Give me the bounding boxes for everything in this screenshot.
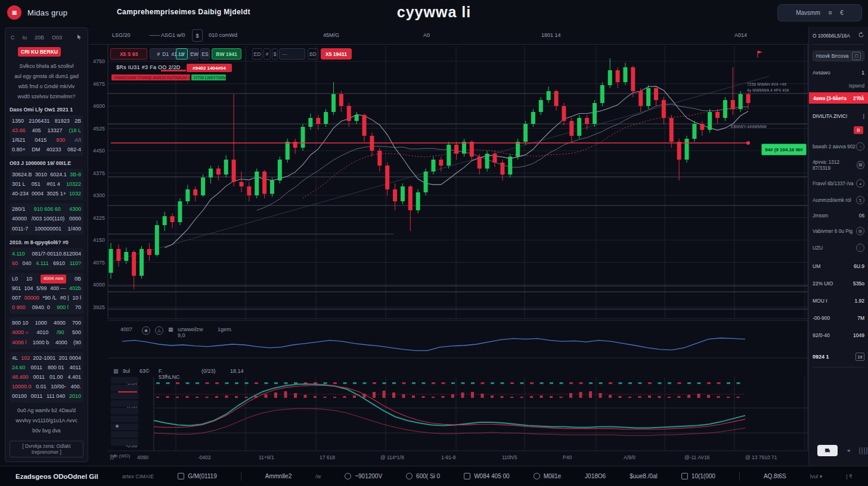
table-row[interactable]: 4L102202-1001201 0004 (12, 354, 81, 363)
sidebar-footer: 0924 1 19 (813, 353, 864, 367)
currency-box-icon[interactable]: $ (192, 29, 203, 42)
ew-button[interactable]: EW (190, 48, 199, 60)
tool-list-item[interactable]: UZU⋮ (813, 244, 864, 252)
tool-list-item[interactable]: 4pvva: 1312 87/3319▤ (813, 159, 864, 171)
status-item[interactable]: $uue8./0al (630, 473, 658, 479)
data-table-3[interactable]: 280/1910 606 60430040000/003 100(110)000… (10, 203, 83, 235)
svg-text:4450: 4450 (93, 148, 105, 154)
bd-button[interactable]: BD (308, 48, 318, 60)
table-row[interactable]: 280/1910 606 604300 (12, 205, 81, 214)
table-row[interactable]: 4.110081/7-00110.812004 (12, 250, 81, 258)
tab-refresh[interactable]: C (11, 35, 15, 40)
settings-circle-icon[interactable]: ◬ (155, 326, 163, 335)
status-item[interactable]: J018O6 (585, 473, 606, 479)
es-button[interactable]: ES (200, 48, 210, 60)
status-item[interactable]: | ₹ (846, 473, 852, 479)
eye-icon[interactable]: ◉ (142, 326, 150, 335)
menu-button-label: Mavsmm (796, 10, 820, 16)
table-row[interactable]: 0.80+DM40233082-4 (12, 145, 81, 154)
bars-icon[interactable]: ▥ (113, 368, 119, 374)
table-row[interactable]: 4006 l1000 b4000(90 (12, 338, 81, 347)
table-row[interactable]: 48.400001101.004.401 (12, 373, 81, 382)
buy-button[interactable]: BW 1941 (212, 48, 241, 60)
main-chart[interactable]: 4750467546004525445043754300422541504075… (89, 27, 808, 466)
bell-icon[interactable]: ¤ (829, 10, 832, 16)
red-underline (161, 70, 186, 71)
info-symbol[interactable]: LSG/20 (112, 32, 131, 38)
status-item[interactable]: lvul ▾ (810, 473, 823, 479)
table-row[interactable]: 001000011111 0402010 (12, 392, 81, 401)
data-table-7[interactable]: 4L102202-1001201 000424.600011800 014011… (10, 352, 83, 403)
currency-icon[interactable]: € (840, 10, 844, 16)
grid-icon[interactable]: ▦ (168, 326, 173, 332)
screenshot-button[interactable]: ⛟ (817, 445, 838, 456)
status-item[interactable]: M0il1e (534, 473, 561, 479)
dollar-button[interactable]: $ (272, 48, 278, 60)
price-box[interactable]: X5 S 93 (110, 48, 147, 60)
table-row[interactable]: 24.600011800 014011 (12, 363, 81, 372)
tool-list-item[interactable]: Jmssm06 (813, 213, 864, 219)
header-menu-button[interactable]: Mavsmm ¤ € (777, 4, 862, 21)
sidebar-footer-button[interactable]: [ Dvrvkja zena: Odlakt treprenomer ] (10, 441, 83, 457)
table-row[interactable]: 600404.1116910110? (12, 259, 81, 268)
table-row[interactable]: 10000.00.0110/00-400. (12, 382, 81, 391)
alert-pill[interactable]: #9402 1404#04 (187, 64, 232, 72)
tab-list[interactable]: Iu (23, 35, 27, 40)
table-row[interactable]: 40-23400043025 1+1032 (12, 189, 81, 198)
table-row[interactable]: 9011045/99400 —402b (12, 284, 81, 293)
table-row[interactable]: 0011-71000000011/400 (12, 225, 81, 233)
tool-list-item[interactable]: bawah 2 aavva 902◔ (813, 142, 864, 151)
table-row[interactable]: L0104004 mm0B (12, 275, 81, 284)
table-row[interactable]: 1/6210415930A/I (12, 136, 81, 145)
data-table-6[interactable]: 900 10100040007004000 =4010/905004006 l1… (10, 317, 83, 348)
target-price-tag[interactable]: 94# (9 104.16 W# (761, 144, 807, 155)
status-item[interactable]: ~901200V (345, 473, 382, 479)
status-item[interactable]: artex CIMAIE (122, 473, 154, 479)
tab-o03[interactable]: O03 (52, 35, 62, 40)
status-item[interactable]: Ammnlle2 (265, 473, 292, 479)
tool-list-item[interactable]: Fravvl 6b/1337-/va◕ (813, 179, 864, 188)
status-item[interactable]: 600( Si 0 (406, 473, 440, 479)
status-item[interactable]: G/M(01119 (178, 473, 217, 479)
indicator1-name[interactable]: 4007 (120, 326, 132, 332)
pin-icon[interactable]: ◄ (846, 448, 851, 453)
status-item[interactable]: /w (315, 473, 321, 479)
table-row[interactable]: 40000/003 100(110)0000 (12, 214, 81, 223)
account-select[interactable]: Hoovk Brrcova ▢ (813, 51, 864, 61)
svg-text:3925: 3925 (93, 304, 105, 310)
layout-switcher[interactable] (859, 447, 868, 454)
status-item[interactable]: AQ.8t6S (764, 473, 786, 479)
data-table-5[interactable]: L0104004 mm0B9011045/99400 —402b00700000… (10, 273, 83, 314)
status-item[interactable]: W084 405 00 (464, 473, 510, 479)
table-row[interactable]: 0 9000940. 0900 l70 (12, 303, 81, 312)
table-row[interactable]: 00700000*90 /L#0 |10 l (12, 294, 81, 303)
toolbar-search[interactable] (279, 48, 305, 60)
search-input[interactable] (280, 49, 305, 59)
table-row[interactable]: 301 L051#01 410322 (12, 180, 81, 189)
ed-button[interactable]: ED (252, 48, 262, 60)
data-table-4[interactable]: 4.110081/7-00110.812004600404.1116910110… (10, 248, 83, 270)
tool-list-item[interactable]: Vabivmer 6 0u Pig◍ (813, 227, 864, 235)
table-row[interactable]: 900 1010004000700 (12, 319, 81, 328)
copy-icon[interactable]: ▢ (852, 52, 861, 60)
status-item[interactable]: 10(1(000 (681, 473, 715, 479)
alert-row[interactable]: 4awa (3-9åe#a2'/0å (809, 92, 868, 104)
table-row[interactable]: 30624.B30106024.13B-8 (12, 170, 81, 179)
table-row[interactable]: 43.6640513327(18 L (12, 126, 81, 135)
table-row[interactable]: 13502106431819232B (12, 117, 81, 126)
sell-button[interactable]: X5 19411 (321, 48, 352, 60)
status-item[interactable]: Ezadsgeos ODoOdnel Gil (16, 473, 98, 480)
data-table-2[interactable]: 30624.B30106024.13B-8301 L051#01 4103224… (10, 169, 83, 200)
sidebar-action-button[interactable]: CRI KU BERKU (18, 47, 61, 57)
calendar-icon[interactable]: 19 (855, 353, 864, 361)
text-line: wb5 fmd o Gmdé mk/vlv (10, 82, 83, 92)
hash-button[interactable]: # (264, 48, 271, 60)
refresh-icon[interactable] (858, 32, 864, 39)
table-row[interactable]: 4000 =4010/90500 (12, 328, 81, 337)
tab-20b[interactable]: 20B (35, 35, 44, 40)
data-table-1[interactable]: 13502106431819232B43.6640513327(18 L1/62… (10, 115, 83, 156)
grid-icon (464, 473, 470, 479)
lv-button[interactable]: LV (176, 48, 188, 60)
tool-list-item[interactable]: Aummzdöemk röl5 (813, 196, 864, 204)
indicator2-name[interactable]: 9ul (123, 368, 130, 374)
